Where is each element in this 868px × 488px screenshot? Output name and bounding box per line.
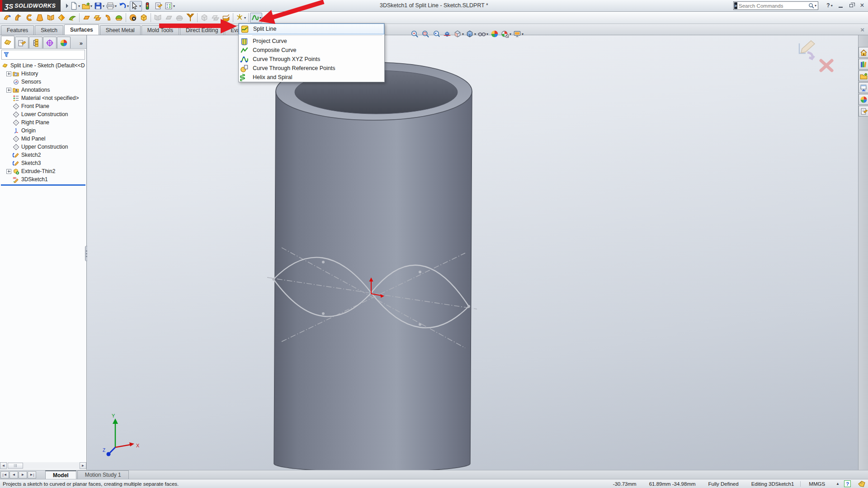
- expand-icon[interactable]: [6, 88, 11, 93]
- offset-surface-button[interactable]: [92, 13, 103, 23]
- cancel-sketch-icon[interactable]: [821, 61, 832, 70]
- tree-item-right-plane[interactable]: Right Plane: [0, 118, 86, 127]
- open-document-button[interactable]: ▾: [81, 1, 93, 11]
- rollback-bar[interactable]: [1, 184, 85, 186]
- displaymanager-tab[interactable]: [57, 37, 71, 48]
- view-settings-button[interactable]: ▾: [512, 28, 524, 39]
- swept-surface-button[interactable]: [24, 13, 34, 23]
- file-properties-button[interactable]: [153, 1, 164, 11]
- display-style-button[interactable]: ▾: [465, 28, 477, 39]
- revolved-surface-button[interactable]: [13, 13, 24, 23]
- apply-scene-button[interactable]: ▾: [500, 28, 512, 39]
- curves-button[interactable]: ▾: [250, 13, 262, 23]
- menu-item-curve-through-xyz-points[interactable]: Curve Through XYZ Points: [239, 55, 384, 64]
- options-dropdown-arrow[interactable]: ▾: [173, 4, 175, 8]
- model-cylinder[interactable]: [87, 35, 858, 470]
- search-icon[interactable]: [808, 3, 814, 9]
- panel-horizontal-scrollbar[interactable]: ◄ ►: [0, 462, 86, 469]
- design-library-tab[interactable]: [859, 59, 868, 70]
- home-tab[interactable]: [859, 47, 868, 58]
- ruled-surface-button[interactable]: [103, 13, 113, 23]
- scroll-left-icon[interactable]: ◄: [0, 462, 7, 469]
- apply-scene-dropdown-arrow[interactable]: ▾: [509, 32, 511, 36]
- tree-item-history[interactable]: History: [0, 70, 86, 78]
- tree-item-sensors[interactable]: Sensors: [0, 78, 86, 86]
- tree-item-annotations[interactable]: AAnnotations: [0, 86, 86, 94]
- display-style-dropdown-arrow[interactable]: ▾: [474, 32, 476, 36]
- view-settings-dropdown-arrow[interactable]: ▾: [522, 32, 524, 36]
- search-scope-icon[interactable]: »: [734, 2, 737, 9]
- bottom-tab-model[interactable]: Model: [45, 470, 76, 479]
- print-document-dropdown-arrow[interactable]: ▾: [115, 4, 117, 8]
- tab-sketch[interactable]: Sketch: [35, 25, 63, 35]
- close-button[interactable]: ×: [858, 1, 866, 9]
- file-explorer-tab[interactable]: [859, 70, 868, 81]
- menu-item-composite-curve[interactable]: Composite Curve: [239, 46, 384, 55]
- search-input[interactable]: [739, 3, 808, 9]
- delete-face-button[interactable]: [127, 13, 138, 23]
- tab-nav-1[interactable]: ◄: [9, 471, 18, 479]
- select-tool-button[interactable]: ▾: [130, 1, 142, 11]
- tree-item-origin[interactable]: Origin: [0, 127, 86, 135]
- open-document-dropdown-arrow[interactable]: ▾: [90, 4, 92, 8]
- edit-appearance-button[interactable]: [489, 28, 500, 39]
- tab-sheet-metal[interactable]: Sheet Metal: [100, 25, 141, 35]
- zoom-to-area-button[interactable]: [420, 28, 431, 39]
- menu-item-helix-and-spiral[interactable]: Helix and Spiral: [239, 73, 384, 82]
- tree-item-material-not-specified[interactable]: Material <not specified>: [0, 94, 86, 102]
- boundary-surface-button[interactable]: [45, 13, 56, 23]
- tree-item-split-line-sketch-default-d[interactable]: Split Line - Sketch (Default<<D: [0, 61, 86, 70]
- print-document-button[interactable]: ▾: [105, 1, 118, 11]
- untrim-surface-button[interactable]: [185, 13, 196, 23]
- help-button[interactable]: ?▾: [826, 1, 834, 9]
- planar-surface-button[interactable]: [81, 13, 92, 23]
- tab-nav-3[interactable]: ►|: [28, 471, 36, 479]
- tab-nav-2[interactable]: ►: [19, 471, 27, 479]
- menu-item-curve-through-reference-points[interactable]: Curve Through Reference Points: [239, 64, 384, 73]
- lofted-surface-button[interactable]: [34, 13, 45, 23]
- curves-dropdown-arrow[interactable]: ▾: [259, 16, 261, 20]
- undo-button[interactable]: ▾: [118, 1, 130, 11]
- minimize-button[interactable]: [836, 1, 844, 9]
- configurationmanager-tab[interactable]: [29, 37, 42, 48]
- select-tool-dropdown-arrow[interactable]: ▾: [139, 4, 141, 8]
- custom-properties-tab[interactable]: [859, 106, 868, 117]
- view-palette-tab[interactable]: [859, 82, 868, 93]
- new-document-button[interactable]: ▾: [69, 1, 81, 11]
- reference-geometry-button[interactable]: ▾: [235, 13, 247, 23]
- featuremanager-tab[interactable]: [1, 36, 14, 48]
- new-document-dropdown-arrow[interactable]: ▾: [78, 4, 80, 8]
- rebuild-button[interactable]: [142, 1, 153, 11]
- menu-item-split-line[interactable]: Split Line: [239, 23, 384, 34]
- thicken-button[interactable]: [221, 13, 231, 23]
- appearances-tab[interactable]: [859, 94, 868, 105]
- tree-item-sketch2[interactable]: Sketch2: [0, 151, 86, 159]
- quick-tips-icon[interactable]: ?: [844, 480, 851, 487]
- filled-surface-button[interactable]: [56, 13, 67, 23]
- tags-icon[interactable]: [857, 480, 866, 488]
- tab-features[interactable]: Features: [1, 25, 34, 35]
- tab-direct-editing[interactable]: Direct Editing: [180, 25, 224, 35]
- restore-button[interactable]: [847, 1, 855, 9]
- section-view-button[interactable]: [442, 28, 453, 39]
- tree-item-3dsketch1[interactable]: 3D3DSketch1: [0, 175, 86, 183]
- tab-mold-tools[interactable]: Mold Tools: [142, 25, 179, 35]
- tree-item-sketch3[interactable]: Sketch3: [0, 159, 86, 167]
- search-options-dropdown[interactable]: ▾: [814, 4, 818, 8]
- menu-item-project-curve[interactable]: Project Curve: [239, 37, 384, 46]
- commandmanager-close-icon[interactable]: ×: [860, 26, 864, 33]
- exit-sketch-icon[interactable]: [799, 41, 815, 59]
- replace-face-button[interactable]: [138, 13, 149, 23]
- tree-filter-bar[interactable]: [1, 50, 85, 60]
- save-document-button[interactable]: ▾: [93, 1, 105, 11]
- graphics-viewport[interactable]: Y X Z: [87, 35, 858, 470]
- tree-item-front-plane[interactable]: Front Plane: [0, 102, 86, 110]
- hide-show-items-button[interactable]: ▾: [477, 28, 489, 39]
- dimxpertmanager-tab[interactable]: [43, 37, 57, 48]
- extruded-surface-button[interactable]: [2, 13, 13, 23]
- view-orientation-dropdown-arrow[interactable]: ▾: [462, 32, 464, 36]
- view-orientation-button[interactable]: ▾: [453, 28, 465, 39]
- search-commands-box[interactable]: » ▾: [733, 1, 818, 10]
- panel-tabs-overflow-chevron[interactable]: »: [80, 40, 85, 48]
- tree-item-lower-construction[interactable]: Lower Construction: [0, 110, 86, 118]
